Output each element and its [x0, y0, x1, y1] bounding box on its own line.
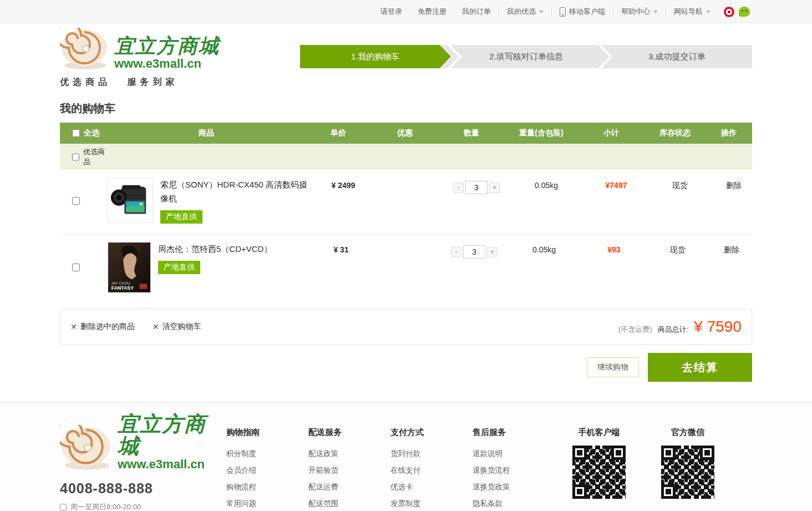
footer-link[interactable]: 优选卡 [390, 479, 473, 495]
qty-increase-button[interactable]: + [487, 247, 498, 257]
cart-item-row: JAY CHOU FANTASY 周杰伦：范特西5（CD+VCD） 产地直供 ¥… [60, 234, 752, 303]
my-favorites-menu[interactable]: 我的优选 [499, 7, 551, 17]
quantity-input[interactable] [465, 181, 488, 194]
continue-shopping-button[interactable]: 继续购物 [587, 357, 639, 377]
cart-summary-bar: ✕ 删除选中的商品 ✕ 清空购物车 (不含运费) 商品总计: ¥ 7590 [60, 308, 752, 345]
register-link[interactable]: 免费注册 [410, 7, 454, 17]
footer-column-shopping-guide: 购物指南 积分制度 会员介绍 购物流程 常用问题 [226, 427, 308, 511]
footer-link[interactable]: 在线支付 [390, 462, 473, 479]
mobile-client-link[interactable]: 移动客户端 [552, 7, 613, 17]
delete-selected-label: 删除选中的商品 [80, 322, 135, 332]
qr-title: 手机客户端 [555, 427, 643, 438]
origin-direct-badge: 产地直供 [158, 261, 200, 274]
item-subtotal: ¥93 [607, 245, 620, 254]
item-checkbox[interactable] [72, 264, 80, 271]
service-phone: 4008-888-888 [60, 480, 226, 497]
footer-link[interactable]: 积分制度 [226, 446, 308, 462]
footer-link[interactable]: 常用问题 [226, 495, 308, 511]
total-label: 商品总计: [658, 325, 689, 335]
footer: 宜立方商城 www.e3mall.cn 4008-888-888 周一至周日8:… [0, 402, 812, 511]
column-subtotal: 小计 [578, 128, 644, 138]
footer-link[interactable]: 配送政策 [308, 446, 390, 462]
site-header: 宜立方商城 www.e3mall.cn 优选商品 服务到家 1.我的购物车 2.… [60, 23, 752, 94]
footer-column-title: 购物指南 [226, 427, 308, 438]
wechat-qr-block: 官方微信 [643, 427, 732, 511]
group-select-checkbox[interactable] [72, 153, 79, 161]
footer-link[interactable]: 开箱验货 [308, 462, 390, 479]
brand-name: 宜立方商城 [118, 413, 226, 457]
brand-slogan: 优选商品 服务到家 [60, 77, 220, 88]
product-title[interactable]: 周杰伦：范特西5（CD+VCD） [158, 242, 308, 256]
footer-link[interactable]: 退换货政策 [473, 479, 555, 495]
footer-link[interactable]: 退换货流程 [473, 462, 555, 479]
footer-link[interactable]: 发票制度 [390, 495, 473, 511]
qty-decrease-button[interactable]: - [451, 247, 461, 257]
footer-link[interactable]: 隐私条款 [473, 495, 555, 511]
footer-logo[interactable]: 宜立方商城 www.e3mall.cn [60, 413, 226, 472]
column-action: 操作 [706, 128, 752, 138]
qty-decrease-button[interactable]: - [453, 183, 464, 193]
brand-name: 宜立方商城 [114, 34, 220, 57]
step-cart: 1.我的购物车 [300, 45, 451, 68]
site-logo[interactable]: 宜立方商城 www.e3mall.cn [60, 28, 220, 71]
select-all-checkbox[interactable] [72, 129, 80, 137]
page-title: 我的购物车 [60, 101, 752, 116]
mobile-phone-icon [560, 7, 566, 17]
service-hours: 周一至周日8:00-20:00 [70, 502, 141, 511]
item-checkbox[interactable] [72, 197, 80, 205]
column-weight: 重量(含包装) [505, 128, 578, 138]
slogan-left: 优选商品 [60, 77, 111, 87]
nautilus-shell-icon [60, 425, 114, 472]
step-confirm-order: 2.填写核对订单信息 [451, 45, 602, 68]
checkout-button[interactable]: 去结算 [648, 353, 752, 382]
footer-column-delivery: 配送服务 配送政策 开箱验货 配送运费 配送范围 [308, 427, 390, 511]
product-title[interactable]: 索尼（SONY）HDR-CX450 高清数码摄像机 [160, 178, 310, 205]
footer-link[interactable]: 会员介绍 [226, 462, 308, 479]
shipping-note: (不含运费) [618, 325, 652, 335]
site-nav-menu[interactable]: 网站导航 [666, 7, 718, 17]
unit-price: ¥ 2499 [332, 181, 356, 190]
brand-domain: www.e3mall.cn [118, 457, 226, 472]
footer-link[interactable]: 配送运费 [308, 479, 390, 495]
chevron-down-icon [539, 11, 544, 13]
delete-item-link[interactable]: 删除 [726, 181, 742, 190]
clear-cart-label: 清空购物车 [162, 322, 201, 332]
product-image-album[interactable]: JAY CHOU FANTASY [108, 242, 151, 293]
my-orders-link[interactable]: 我的订单 [454, 7, 499, 17]
footer-link[interactable]: 配送范围 [308, 495, 390, 511]
column-unit-price: 单价 [305, 128, 372, 138]
footer-column-title: 配送服务 [308, 427, 390, 438]
discount-cell [374, 242, 441, 245]
footer-column-payment: 支付方式 货到付款 在线支付 优选卡 发票制度 [390, 427, 473, 511]
cart-table-header: 全选 商品 单价 优惠 数量 重量(含包装) 小计 库存状态 操作 [60, 123, 752, 144]
unit-price: ¥ 31 [333, 245, 348, 254]
site-nav-label: 网站导航 [674, 7, 703, 17]
step-order-submitted: 3.成功提交订单 [601, 45, 752, 68]
stock-status: 现货 [670, 245, 686, 254]
product-image-camcorder[interactable] [108, 178, 153, 223]
footer-column-title: 售后服务 [473, 427, 555, 438]
origin-direct-badge: 产地直供 [160, 210, 202, 224]
delete-selected-link[interactable]: ✕ 删除选中的商品 [70, 322, 135, 332]
item-weight: 0.05kg [535, 181, 558, 190]
clear-cart-link[interactable]: ✕ 清空购物车 [153, 322, 201, 332]
topbar: 请登录 免费注册 我的订单 我的优选 移动客户端 帮助中心 网站导航 [0, 0, 812, 23]
help-center-menu[interactable]: 帮助中心 [613, 7, 666, 17]
discount-cell [377, 178, 443, 181]
brand-domain: www.e3mall.cn [114, 57, 220, 71]
login-link[interactable]: 请登录 [373, 7, 410, 17]
item-subtotal: ¥7497 [606, 181, 627, 190]
footer-link[interactable]: 货到付款 [390, 446, 473, 462]
delete-item-link[interactable]: 删除 [724, 245, 739, 254]
footer-link[interactable]: 购物流程 [226, 479, 308, 495]
wechat-icon[interactable] [739, 7, 750, 17]
clock-icon [60, 504, 67, 510]
svg-text:FANTASY: FANTASY [111, 285, 134, 291]
quantity-input[interactable] [463, 245, 485, 259]
footer-link[interactable]: 退款说明 [473, 446, 555, 462]
weibo-icon[interactable] [724, 7, 734, 17]
cart-group-row: 优选商品 [60, 144, 752, 170]
select-all-label: 全选 [84, 128, 99, 138]
qty-increase-button[interactable]: + [489, 183, 500, 193]
quantity-stepper: - + [453, 181, 500, 194]
